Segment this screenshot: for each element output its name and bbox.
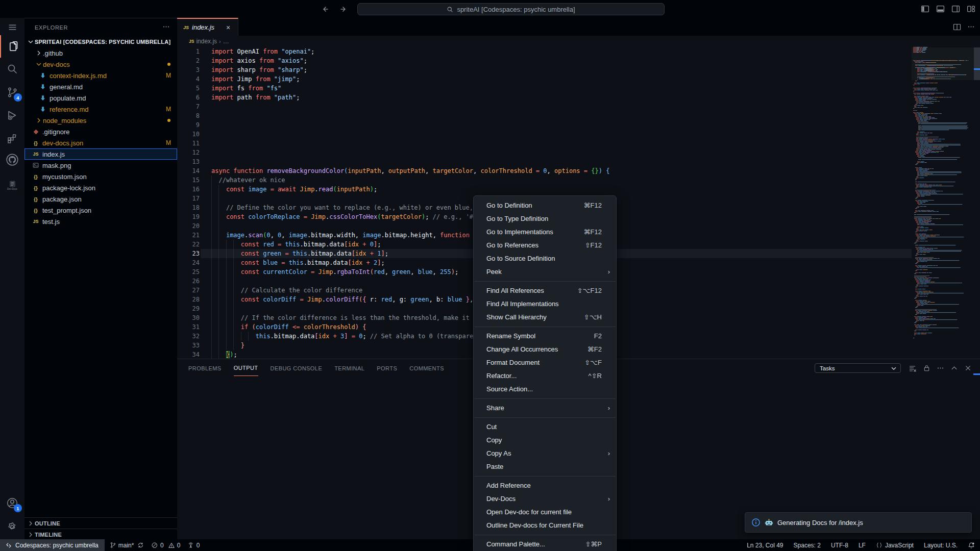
indentation[interactable]: Spaces: 2 [794, 539, 821, 551]
activity-bar-dev-docs[interactable] [0, 172, 24, 195]
customize-layout-icon[interactable] [966, 4, 976, 15]
menu-item-cut[interactable]: Cut [474, 420, 616, 434]
tree-item-package-json[interactable]: {}package.json [24, 193, 177, 205]
tree-item-node-modules[interactable]: node_modules [24, 115, 177, 126]
menu-item-peek[interactable]: Peek› [474, 265, 616, 279]
tree-item-populate-md[interactable]: populate.md [24, 92, 177, 104]
activity-bar-github[interactable] [0, 148, 24, 171]
panel-more-actions-icon[interactable] [937, 364, 944, 372]
breadcrumb-file[interactable]: index.js [196, 38, 217, 45]
sidebar-section-timeline[interactable]: TIMELINE [24, 529, 177, 540]
tree-item-context-index-js-md[interactable]: context-index.js.mdM [24, 70, 177, 81]
menu-item-source-action[interactable]: Source Action... [474, 383, 616, 396]
toggle-sidebar-icon[interactable] [920, 4, 930, 15]
tree-item-general-md[interactable]: general.md [24, 81, 177, 92]
branch-indicator[interactable]: main* [110, 542, 144, 549]
menu-item-go-to-references[interactable]: Go to References⇧F12 [474, 239, 616, 252]
minimap-slider[interactable] [912, 47, 974, 80]
menu-item-go-to-source-definition[interactable]: Go to Source Definition [474, 252, 616, 265]
panel-tab-problems[interactable]: PROBLEMS [188, 361, 222, 376]
notifications-bell-icon[interactable] [968, 539, 975, 551]
panel-tab-ports[interactable]: PORTS [377, 361, 397, 376]
tree-item-dev-docs-json[interactable]: {}dev-docs.jsonM [24, 137, 177, 148]
activity-bar-extensions[interactable] [0, 127, 24, 149]
minimap[interactable] [912, 47, 974, 359]
menu-item-command-palette[interactable]: Command Palette...⇧⌘P [474, 538, 616, 551]
menu-item-find-all-references[interactable]: Find All References⇧⌥F12 [474, 284, 616, 297]
breadcrumb-symbol[interactable]: … [223, 38, 229, 45]
ports-indicator[interactable]: 0 [187, 542, 200, 549]
menu-item-show-call-hierarchy[interactable]: Show Call Hierarchy⇧⌥H [474, 311, 616, 324]
tree-item-mycustom-json[interactable]: {}mycustom.json [24, 171, 177, 182]
code-line-4: import Jimp from "jimp"; [211, 74, 300, 84]
tab-close-icon[interactable]: × [224, 23, 233, 32]
tree-item-index-js[interactable]: JSindex.js [24, 148, 177, 160]
scrollbar-slider[interactable] [974, 47, 980, 80]
menu-item-paste[interactable]: Paste [474, 460, 616, 473]
menu-item-format-document[interactable]: Format Document⇧⌥F [474, 356, 616, 369]
menu-item-rename-symbol[interactable]: Rename SymbolF2 [474, 330, 616, 343]
menu-item-copy-as[interactable]: Copy As› [474, 447, 616, 460]
lock-auto-scroll-icon[interactable] [923, 364, 930, 372]
explorer-more-actions-icon[interactable] [162, 23, 170, 31]
toggle-secondary-sidebar-icon[interactable] [950, 4, 961, 15]
panel-tab-comments[interactable]: COMMENTS [409, 361, 444, 376]
editor-scrollbar[interactable] [974, 47, 980, 359]
activity-bar-search[interactable] [0, 58, 24, 80]
command-center-search[interactable]: spriteAI [Codespaces: psychic umbrella] [357, 3, 665, 15]
eol[interactable]: LF [859, 539, 866, 551]
panel-tab-output[interactable]: OUTPUT [234, 360, 258, 376]
menu-item-go-to-type-definition[interactable]: Go to Type Definition [474, 212, 616, 226]
tab-index-js[interactable]: JS index.js × [177, 18, 238, 36]
problems-indicator[interactable]: 0 0 [151, 542, 180, 549]
menu-item-outline-dev-docs-for-current-file[interactable]: Outline Dev-docs for Current File [474, 519, 616, 532]
output-channel-select[interactable]: Tasks [815, 363, 901, 373]
activity-bar-accounts[interactable]: 1 [0, 492, 24, 514]
editor-more-actions-icon[interactable] [967, 23, 975, 31]
notification-toast[interactable]: Generating Docs for /index.js [745, 512, 972, 533]
menu-item-dev-docs[interactable]: Dev-Docs› [474, 492, 616, 506]
cursor-position[interactable]: Ln 23, Col 49 [747, 539, 783, 551]
activity-bar-settings[interactable] [0, 516, 24, 538]
tree-item-mask-png[interactable]: mask.png [24, 160, 177, 171]
toggle-panel-icon[interactable] [935, 4, 945, 15]
keyboard-layout[interactable]: Layout: U.S. [924, 539, 958, 551]
activity-bar-source-control[interactable]: 4 [0, 81, 24, 104]
menu-item-refactor[interactable]: Refactor...^⇧R [474, 369, 616, 383]
nav-forward-button[interactable] [338, 4, 349, 15]
tree-item--gitignore[interactable]: .gitignore [24, 126, 177, 137]
clear-output-icon[interactable] [909, 364, 917, 372]
close-panel-icon[interactable] [964, 364, 972, 372]
menu-item-copy[interactable]: Copy [474, 434, 616, 447]
tree-item-package-lock-json[interactable]: {}package-lock.json [24, 182, 177, 193]
activity-bar-explorer[interactable] [0, 35, 24, 58]
activity-bar-run-debug[interactable] [0, 104, 24, 127]
breadcrumb[interactable]: JS index.js › … [177, 36, 980, 47]
tree-item-test-prompt-json[interactable]: {}test_prompt.json [24, 205, 177, 216]
tree-item-label: dev-docs [43, 61, 70, 68]
nav-back-button[interactable] [320, 4, 331, 15]
encoding[interactable]: UTF-8 [831, 539, 848, 551]
tree-item-dev-docs[interactable]: dev-docs [24, 59, 177, 70]
menu-item-open-dev-doc-for-current-file[interactable]: Open Dev-doc for current file [474, 506, 616, 519]
menu-item-go-to-definition[interactable]: Go to Definition⌘F12 [474, 199, 616, 212]
menu-item-find-all-implementations[interactable]: Find All Implementations [474, 297, 616, 311]
menu-item-label: Paste [486, 463, 503, 470]
menu-item-share[interactable]: Share› [474, 402, 616, 415]
sidebar-section-outline[interactable]: OUTLINE [24, 517, 177, 529]
menu-item-go-to-implementations[interactable]: Go to Implementations⌘F12 [474, 226, 616, 239]
menu-item-change-all-occurrences[interactable]: Change All Occurrences⌘F2 [474, 343, 616, 356]
maximize-panel-icon[interactable] [950, 364, 958, 372]
panel-tab-terminal[interactable]: TERMINAL [334, 361, 364, 376]
line-number: 27 [177, 286, 200, 295]
tree-item--github[interactable]: .github [24, 47, 177, 59]
panel-tab-debug-console[interactable]: DEBUG CONSOLE [271, 361, 323, 376]
tree-item-reference-md[interactable]: reference.mdM [24, 104, 177, 115]
tree-item-label: context-index.js.md [50, 72, 107, 80]
remote-indicator[interactable]: Codespaces: psychic umbrella [0, 539, 105, 551]
menu-item-add-reference[interactable]: Add Reference [474, 479, 616, 492]
language-mode[interactable]: JavaScript [876, 539, 914, 551]
tree-item-test-js[interactable]: JStest.js [24, 216, 177, 227]
tree-root-folder[interactable]: SPRITEAI [CODESPACES: PSYCHIC UMBRELLA] [24, 36, 177, 47]
split-editor-icon[interactable] [953, 23, 961, 31]
